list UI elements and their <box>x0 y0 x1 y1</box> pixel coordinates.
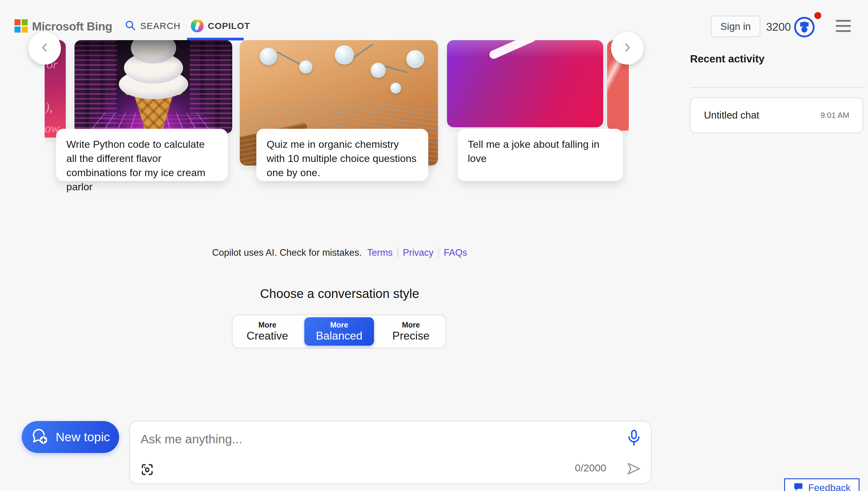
style-option-balanced[interactable]: More Balanced <box>304 317 374 346</box>
feedback-bubble-icon <box>793 482 804 491</box>
conversation-style-toggle: More Creative More Balanced More Precise <box>232 315 446 348</box>
link-separator <box>438 248 439 258</box>
style-option-eyebrow: More <box>402 320 420 329</box>
style-option-precise[interactable]: More Precise <box>376 315 446 348</box>
logo-square-yellow <box>22 27 28 33</box>
feedback-label: Feedback <box>808 482 851 491</box>
tab-search-label: SEARCH <box>140 21 181 31</box>
copilot-logo-icon <box>191 20 204 32</box>
ai-disclaimer: Copilot uses AI. Check for mistakes. Ter… <box>0 247 679 258</box>
suggestion-carousel: or ), ow Write Python code to calculate … <box>45 40 629 209</box>
terms-link[interactable]: Terms <box>367 247 393 258</box>
link-separator <box>398 248 398 258</box>
molecule-atom <box>371 63 386 78</box>
feedback-button[interactable]: Feedback <box>784 478 860 491</box>
char-counter: 0/2000 <box>575 462 606 474</box>
brand-title: Microsoft Bing <box>32 20 112 33</box>
recent-chat-title: Untitled chat <box>704 110 821 121</box>
carousel-prev-button[interactable] <box>28 32 61 64</box>
chat-input-box[interactable]: 0/2000 <box>129 421 652 484</box>
logo-square-red <box>15 19 21 25</box>
suggestion-card-prompt[interactable]: Write Python code to calculate all the d… <box>56 129 228 181</box>
molecule-atom <box>260 48 277 65</box>
tab-copilot-label: COPILOT <box>208 21 250 31</box>
hamburger-menu-icon[interactable] <box>836 20 851 32</box>
chevron-right-icon <box>621 41 633 55</box>
molecule-atom <box>406 50 424 68</box>
suggestion-card-prompt[interactable]: Quiz me in organic chemistry with 10 mul… <box>256 129 428 181</box>
new-chat-bubble-icon <box>31 428 50 446</box>
suggestion-image-instagram-gradient[interactable] <box>447 40 603 127</box>
new-topic-button[interactable]: New topic <box>22 421 119 453</box>
molecule-atom <box>299 60 313 74</box>
visual-search-icon[interactable] <box>140 462 154 477</box>
sidebar-divider <box>690 87 865 88</box>
top-shade <box>75 40 232 134</box>
carousel-next-button[interactable] <box>611 32 644 64</box>
tab-copilot[interactable]: COPILOT <box>191 18 250 34</box>
style-option-label: Precise <box>393 329 430 343</box>
suggestion-card-prompt[interactable]: Tell me a joke about falling in love <box>458 129 623 181</box>
top-sheen <box>447 40 603 127</box>
sign-in-button[interactable]: Sign in <box>711 16 760 37</box>
recent-chat-item[interactable]: Untitled chat 9:01 AM <box>690 97 863 133</box>
style-option-label: Balanced <box>316 329 362 343</box>
molecule-bond <box>277 51 301 65</box>
style-option-label: Creative <box>247 329 288 343</box>
conversation-style-title: Choose a conversation style <box>0 287 679 301</box>
privacy-link[interactable]: Privacy <box>403 247 434 258</box>
recent-chat-time: 9:01 AM <box>821 111 849 120</box>
faqs-link[interactable]: FAQs <box>444 247 467 258</box>
tab-search[interactable]: SEARCH <box>124 19 181 33</box>
molecule-atom <box>335 45 354 64</box>
rewards-medal-icon[interactable] <box>793 16 816 38</box>
chevron-left-icon <box>38 41 51 55</box>
recent-activity-title: Recent activity <box>690 53 764 65</box>
style-option-creative[interactable]: More Creative <box>233 315 302 348</box>
search-icon <box>124 20 136 32</box>
left-card-text-fragment: ), <box>45 100 53 114</box>
style-option-eyebrow: More <box>258 320 277 329</box>
new-topic-label: New topic <box>56 430 110 444</box>
logo-square-blue <box>15 27 21 33</box>
notification-dot <box>814 12 821 19</box>
rewards-points: 3200 <box>766 21 791 33</box>
ask-input[interactable] <box>141 429 608 450</box>
bing-copilot-page: { "header": { "brand": "Microsoft Bing",… <box>0 0 868 491</box>
microphone-icon[interactable] <box>626 429 642 447</box>
disclaimer-text: Copilot uses AI. Check for mistakes. <box>212 247 361 258</box>
microsoft-logo-icon <box>15 19 28 33</box>
logo-square-green <box>22 19 28 25</box>
send-icon[interactable] <box>626 461 642 477</box>
style-option-eyebrow: More <box>330 320 348 329</box>
molecule-atom <box>390 83 401 93</box>
suggestion-image-ice-cream[interactable] <box>75 40 232 134</box>
